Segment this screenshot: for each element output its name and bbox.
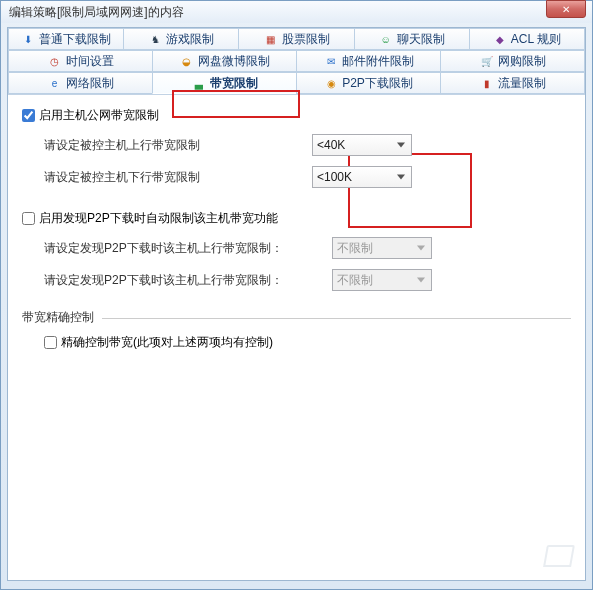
downlink-combobox[interactable]: <100K (312, 166, 412, 188)
tab-acl-icon: ◆ (493, 32, 507, 46)
tab-chat-icon: ☺ (379, 32, 393, 46)
p2p-up-combobox: 不限制 (332, 269, 432, 291)
p2p-up-row: 请设定发现P2P下载时该主机上行带宽限制： 不限制 (44, 269, 571, 291)
tab-shop-icon: 🛒 (480, 54, 494, 68)
tab-shop-label: 网购限制 (498, 53, 546, 70)
tab-download-label: 普通下载限制 (39, 31, 111, 48)
dialog-window: 编辑策略[限制局域网网速]的内容 ✕ ⬇普通下载限制♞游戏限制▦股票限制☺聊天限… (0, 0, 593, 590)
tab-game[interactable]: ♞游戏限制 (123, 28, 238, 50)
tab-download[interactable]: ⬇普通下载限制 (8, 28, 123, 50)
tab-content-bandwidth: 启用主机公网带宽限制 请设定被控主机上行带宽限制 <40K 请设定被控主机下行带… (8, 95, 585, 559)
uplink-combobox[interactable]: <40K (312, 134, 412, 156)
watermark (545, 545, 577, 572)
downlink-row: 请设定被控主机下行带宽限制 <100K (44, 166, 571, 188)
tab-traffic-icon: ▮ (480, 76, 494, 90)
uplink-row: 请设定被控主机上行带宽限制 <40K (44, 134, 571, 156)
close-button[interactable]: ✕ (546, 0, 586, 18)
tab-shop[interactable]: 🛒网购限制 (440, 50, 585, 72)
tab-netdisk-label: 网盘微博限制 (198, 53, 270, 70)
enable-public-bandwidth-checkbox[interactable] (22, 109, 35, 122)
tab-bandwidth[interactable]: ▃带宽限制 (152, 72, 296, 94)
tab-time-icon: ◷ (48, 54, 62, 68)
auto-p2p-label[interactable]: 启用发现P2P下载时自动限制该主机带宽功能 (39, 210, 278, 227)
tab-traffic[interactable]: ▮流量限制 (440, 72, 585, 94)
enable-public-bandwidth-row: 启用主机公网带宽限制 (22, 107, 571, 124)
tab-stock-label: 股票限制 (282, 31, 330, 48)
p2p-down-value: 不限制 (337, 240, 373, 257)
tab-strip: ⬇普通下载限制♞游戏限制▦股票限制☺聊天限制◆ACL 规则◷时间设置◒网盘微博限… (8, 28, 585, 95)
tab-chat-label: 聊天限制 (397, 31, 445, 48)
tab-mail-label: 邮件附件限制 (342, 53, 414, 70)
uplink-value: <40K (317, 138, 345, 152)
p2p-up-value: 不限制 (337, 272, 373, 289)
tab-net[interactable]: e网络限制 (8, 72, 152, 94)
downlink-label: 请设定被控主机下行带宽限制 (44, 169, 304, 186)
tab-acl-label: ACL 规则 (511, 31, 561, 48)
tab-netdisk-icon: ◒ (180, 54, 194, 68)
tab-time[interactable]: ◷时间设置 (8, 50, 152, 72)
tab-acl[interactable]: ◆ACL 规则 (469, 28, 585, 50)
tab-mail-icon: ✉ (324, 54, 338, 68)
tab-p2p-icon: ◉ (324, 76, 338, 90)
p2p-up-label: 请设定发现P2P下载时该主机上行带宽限制： (44, 272, 324, 289)
precise-label[interactable]: 精确控制带宽(此项对上述两项均有控制) (61, 334, 273, 351)
tab-net-icon: e (48, 76, 62, 90)
p2p-down-label: 请设定发现P2P下载时该主机上行带宽限制： (44, 240, 324, 257)
tab-net-label: 网络限制 (66, 75, 114, 92)
tab-p2p-label: P2P下载限制 (342, 75, 413, 92)
watermark-icon (543, 545, 575, 567)
precise-row: 精确控制带宽(此项对上述两项均有控制) (44, 334, 571, 351)
tab-netdisk[interactable]: ◒网盘微博限制 (152, 50, 296, 72)
p2p-down-row: 请设定发现P2P下载时该主机上行带宽限制： 不限制 (44, 237, 571, 259)
p2p-down-combobox: 不限制 (332, 237, 432, 259)
titlebar: 编辑策略[限制局域网网速]的内容 ✕ (1, 1, 592, 23)
tab-bandwidth-label: 带宽限制 (210, 75, 258, 92)
downlink-value: <100K (317, 170, 352, 184)
tab-traffic-label: 流量限制 (498, 75, 546, 92)
uplink-label: 请设定被控主机上行带宽限制 (44, 137, 304, 154)
tab-download-icon: ⬇ (21, 32, 35, 46)
tab-chat[interactable]: ☺聊天限制 (354, 28, 469, 50)
tab-bandwidth-icon: ▃ (192, 76, 206, 90)
tab-stock-icon: ▦ (264, 32, 278, 46)
precise-checkbox[interactable] (44, 336, 57, 349)
auto-p2p-checkbox[interactable] (22, 212, 35, 225)
tab-time-label: 时间设置 (66, 53, 114, 70)
tab-game-icon: ♞ (148, 32, 162, 46)
precise-section-header: 带宽精确控制 (22, 309, 571, 326)
tab-mail[interactable]: ✉邮件附件限制 (296, 50, 440, 72)
dialog-body: ⬇普通下载限制♞游戏限制▦股票限制☺聊天限制◆ACL 规则◷时间设置◒网盘微博限… (7, 27, 586, 581)
enable-public-bandwidth-label[interactable]: 启用主机公网带宽限制 (39, 107, 159, 124)
tab-p2p[interactable]: ◉P2P下载限制 (296, 72, 440, 94)
tab-stock[interactable]: ▦股票限制 (238, 28, 353, 50)
window-title: 编辑策略[限制局域网网速]的内容 (9, 4, 584, 21)
auto-p2p-row: 启用发现P2P下载时自动限制该主机带宽功能 (22, 210, 571, 227)
tab-game-label: 游戏限制 (166, 31, 214, 48)
